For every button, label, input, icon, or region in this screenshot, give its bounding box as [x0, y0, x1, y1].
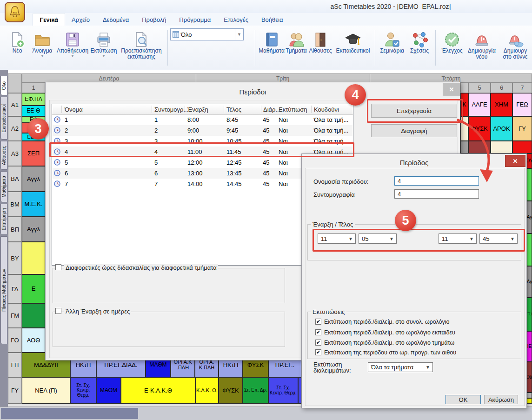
period-name-input[interactable]	[394, 176, 479, 186]
timetable-cell-ΝΕΑ-(Π)[interactable]: ΝΕΑ (Π)	[22, 377, 70, 404]
menu-tab-Δεδομένα[interactable]: Δεδομένα	[96, 13, 135, 26]
timetable-cell[interactable]	[298, 377, 301, 404]
timetable-cell-Αγγλ[interactable]: Αγγλ	[22, 217, 45, 242]
cancel-button[interactable]: Ακύρωση	[484, 395, 518, 404]
timetable-cell-ΧΗΜ[interactable]: ΧΗΜ	[491, 93, 512, 116]
other-start-checkbox[interactable]	[55, 308, 61, 314]
timetable-cell[interactable]	[460, 141, 468, 153]
toolbar-button-Δημιουργ-στο-σύννε[interactable]: Δημιουργ στο σύννε	[499, 27, 532, 60]
side-tab-Εκπαιδευτικοί[interactable]: Εκπαιδευτικοί	[0, 97, 7, 140]
side-tab-Αίθουσες[interactable]: Αίθουσες	[0, 141, 7, 170]
side-tab-Όλο[interactable]: Όλο	[0, 76, 7, 95]
timetable-cell-ΕΦ.ΠΛ[interactable]: ΕΦ.ΠΛ	[22, 93, 45, 106]
timetable-cell[interactable]	[22, 303, 45, 328]
menu-tab-Αρχείο[interactable]: Αρχείο	[65, 13, 96, 26]
timetable-cell-ΦΥΣΚ[interactable]: ΦΥΣΚ	[219, 377, 243, 404]
timetable-cell-ΑΛΓΕ[interactable]: ΑΛΓΕ	[468, 93, 491, 116]
timetable-cell-Ο&[interactable]: Ο&	[527, 362, 532, 393]
timetable-cell-ΓΕΩ[interactable]: ΓΕΩ	[512, 93, 532, 116]
timetable-cell[interactable]	[527, 398, 532, 404]
close-icon[interactable]: ✕	[505, 155, 525, 167]
timetable-cell[interactable]	[527, 168, 532, 201]
period-row-1[interactable]: 118:008:4545ΝαιΌλα τα τμή...	[52, 114, 353, 125]
timetable-cell[interactable]	[527, 233, 532, 266]
delete-button[interactable]: Διαγραφή	[371, 124, 457, 137]
toolbar-button-Νέο[interactable]: Νέο	[6, 27, 29, 54]
toolbar-button-Έλεγχος[interactable]: Έλεγχος	[439, 27, 465, 54]
timetable-cell-ΓΥ[interactable]: ΓΥ	[512, 116, 532, 141]
toolbar-button-Προεπισκόπηση-εκτύπωσης[interactable]: Προεπισκόπηση εκτύπωσης	[118, 27, 165, 60]
print-option-checkbox-3[interactable]: ✔	[315, 349, 321, 355]
timetable-cell[interactable]	[512, 141, 532, 153]
table-column-header[interactable]: Συντομογρ...	[154, 106, 188, 113]
timetable-cell-Αγ[interactable]: Αγ	[527, 201, 532, 233]
table-column-header[interactable]: Τέλος	[226, 106, 241, 113]
timetable-cell-ΣΕΠ[interactable]: ΣΕΠ	[22, 141, 45, 166]
timetable-cell-Κ.Λ.Κ.-Θ.[interactable]: Κ.Λ.Κ. Θ.	[195, 377, 219, 404]
menu-tab-Πρόγραμμα[interactable]: Πρόγραμμα	[173, 13, 217, 26]
toolbar-button-Αποθήκευση[interactable]: Αποθήκευση▼	[56, 27, 89, 59]
timetable-cell-Μ.Ε.Κ.[interactable]: Μ.Ε.Κ.	[22, 192, 45, 217]
timetable-cell-ΟΥ[interactable]: ΟΥ	[527, 153, 532, 168]
timetable-cell-Κ[interactable]: Κ	[460, 93, 468, 116]
print-option-checkbox-0[interactable]: ✔	[315, 319, 321, 325]
timetable-cell-Στ.-Επ.-Δρ.[interactable]: Στ. Επ. Δρ.	[243, 377, 268, 404]
chevron-down-icon[interactable]: ▼	[235, 29, 243, 40]
toolbar-button-Άνοιγμα[interactable]: Άνοιγμα▼	[29, 27, 56, 59]
table-column-header[interactable]: Διάρ...	[263, 106, 280, 113]
time-select-3[interactable]: 45▼	[479, 233, 518, 244]
timetable-cell[interactable]	[491, 141, 512, 153]
timetable-cell-Αγ[interactable]: Αγ	[527, 266, 532, 298]
toolbar-button-Μαθήματα[interactable]: Μαθήματα	[259, 27, 285, 54]
breaks-select[interactable]: Όλα τα τμήματα ▼	[368, 362, 433, 372]
toolbar-button-Σχέσεις[interactable]: Σχέσεις	[406, 27, 432, 54]
table-column-header[interactable]: Κουδούνι	[314, 106, 339, 113]
timetable-cell-ΦΥΣΚ[interactable]: ΦΥΣΚ	[468, 116, 491, 141]
timetable-cell-ΥΤ.Ε[interactable]: ΥΤ.Ε	[527, 298, 532, 331]
timetable-cell-ΑΡΟΚ[interactable]: ΑΡΟΚ	[491, 116, 512, 141]
timetable-cell[interactable]	[527, 393, 532, 398]
timetable-cell[interactable]	[460, 116, 468, 141]
ok-button[interactable]: OK	[446, 395, 481, 404]
different-hours-checkbox[interactable]	[55, 264, 61, 270]
side-tab-Επιτήρηση[interactable]: Επιτήρηση	[0, 204, 7, 235]
edit-button[interactable]: Επεξεργασία	[371, 104, 457, 118]
chevron-down-icon[interactable]: ▼	[29, 54, 56, 59]
toolbar-button-Δημιουργία-νέου[interactable]: Δημιουργία νέου	[465, 27, 499, 60]
timetable-cell-ΑΟΘ[interactable]: ΑΟΘ	[22, 328, 45, 353]
timetable-cell[interactable]	[22, 242, 45, 274]
period-abbr-input[interactable]	[394, 189, 479, 199]
toolbar-button-Σεμινάρια[interactable]: Σεμινάρια	[378, 27, 406, 54]
asc-bell-icon[interactable]: asc	[5, 2, 25, 22]
time-select-1[interactable]: 05▼	[359, 233, 397, 244]
side-tab-Μαθήματα[interactable]: Μαθήματα	[0, 171, 7, 202]
view-select[interactable]: Όλο ▼	[170, 28, 244, 40]
toolbar-button-Τμήματα[interactable]: Τμήματα	[285, 27, 308, 54]
print-option-checkbox-1[interactable]: ✔	[315, 329, 321, 335]
side-tab-Πίνακας-Μαθημάτων[interactable]: Πίνακας Μαθημάτων	[0, 236, 7, 344]
time-select-2[interactable]: 11▼	[439, 233, 477, 244]
timetable-cell[interactable]	[468, 141, 491, 153]
period-row-3[interactable]: 3310:0010:4545ΝαιΌλα τα τμή...	[52, 136, 353, 147]
timetable-cell-Στ.-Σχ.-Κεντρ.-Θερμ.[interactable]: Στ. Σχ. Κεντρ. Θερμ.	[70, 377, 96, 404]
table-column-header[interactable]: Εκτύπωση	[279, 106, 307, 113]
chevron-down-icon[interactable]: ▼	[56, 54, 89, 59]
timetable-cell-ΜΑΘΜ[interactable]: ΜΑΘΜ	[96, 377, 121, 404]
toolbar-button-Αίθουσες[interactable]: Αίθουσες	[308, 27, 333, 54]
timetable-cell-Ε[interactable]: Ε	[22, 274, 45, 303]
menu-tab-Επιλογές[interactable]: Επιλογές	[217, 13, 255, 26]
toolbar-button-Εκτύπωση[interactable]: Εκτύπωση▼	[89, 27, 118, 59]
table-column-header[interactable]: Όνομα	[65, 106, 83, 113]
timetable-cell-ΙΕ[interactable]: ΙΕ	[527, 331, 532, 362]
timetable-cell-Στ.-Σχ.-Κεντρ.-Θερμ.[interactable]: Στ. Σχ. Κεντρ. Θερμ.	[268, 377, 298, 404]
print-option-checkbox-2[interactable]: ✔	[315, 340, 321, 346]
close-icon[interactable]: ✕	[443, 83, 460, 96]
period-row-2[interactable]: 229:009:4545ΝαιΌλα τα τμή...	[52, 125, 353, 136]
table-column-header[interactable]: Έναρξη	[187, 106, 208, 113]
menu-tab-Προβολή[interactable]: Προβολή	[135, 13, 173, 26]
time-select-0[interactable]: 11▼	[318, 233, 356, 244]
timetable-cell-Αγγλ[interactable]: Αγγλ	[22, 166, 45, 192]
timetable-cell-Ε-Κ.Λ.Κ.Θ[interactable]: Ε-Κ.Λ.Κ.Θ	[121, 377, 195, 404]
menu-tab-Γενικά[interactable]: Γενικά	[33, 13, 65, 26]
toolbar-button-Εκπαιδευτικοί[interactable]: Εκπαιδευτικοί	[333, 27, 373, 54]
